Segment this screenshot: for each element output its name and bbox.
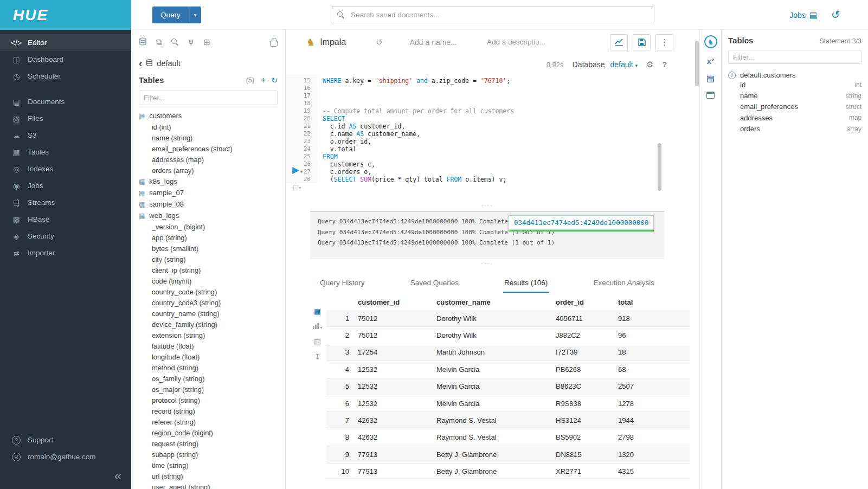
column-item[interactable]: client_ip (string) (131, 265, 285, 275)
impala-assistant-icon[interactable]: ♞ (704, 35, 717, 48)
column-item[interactable]: id (int) (131, 121, 285, 132)
column-item[interactable]: request (string) (131, 438, 285, 449)
column-header[interactable]: total (618, 298, 653, 306)
column-item[interactable]: device_family (string) (131, 319, 285, 330)
column-item[interactable]: name (string) (131, 132, 285, 143)
main-scrollbar[interactable] (695, 41, 699, 86)
ra-column-email-preferences[interactable]: email_preferences struct (728, 101, 861, 112)
tab-results-106[interactable]: Results (106) (503, 274, 549, 293)
column-item[interactable]: code (tinyint) (131, 275, 285, 286)
sidebar-item-security[interactable]: ◈ Security (0, 228, 131, 244)
result-row[interactable]: 5 12532 Melvin Garcia B8623C 2507 (326, 378, 690, 395)
column-item[interactable]: user_agent (string) (131, 481, 285, 489)
grid-view-icon[interactable]: ▦ (314, 307, 321, 316)
tab-query-history[interactable]: Query History (319, 274, 366, 293)
more-actions-button[interactable]: ⋮ (655, 34, 673, 50)
tab-execution-analysis[interactable]: Execution Analysis (592, 274, 655, 293)
database-dropdown[interactable]: default ▾ (610, 60, 638, 69)
table-item-web-logs[interactable]: ▦ web_logs (131, 210, 285, 221)
chart-button[interactable] (610, 34, 628, 50)
zoom-in-icon[interactable] (171, 38, 178, 46)
new-query-button[interactable]: Query (152, 7, 189, 23)
column-item[interactable]: country_code (string) (131, 286, 285, 297)
sidebar-item-streams[interactable]: ⇶ Streams (0, 194, 131, 211)
chart-view-icon[interactable]: ▾ (312, 322, 322, 331)
right-filter-input[interactable] (728, 50, 861, 64)
sidebar-item-files[interactable]: ▧ Files (0, 110, 131, 127)
sidebar-item-importer[interactable]: ⇄ Importer (0, 244, 131, 261)
new-query-dropdown[interactable]: ▾ (189, 7, 202, 23)
search-input[interactable] (350, 10, 648, 20)
ra-column-orders[interactable]: orders array (728, 124, 861, 134)
code-editor[interactable]: 15 WHERE a.key = 'shipping' and a.zip_co… (286, 75, 699, 183)
query-history-icon[interactable]: ↺ (831, 9, 840, 21)
column-item[interactable]: protocol (string) (131, 395, 285, 406)
column-item[interactable]: country_name (string) (131, 308, 285, 319)
sidebar-item-indexes[interactable]: ◎ Indexes (0, 160, 131, 177)
column-item[interactable]: longitude (float) (131, 351, 285, 362)
table-filter-input[interactable] (139, 91, 278, 105)
column-item[interactable]: app (string) (131, 232, 285, 243)
result-row[interactable]: 9 77913 Betty J. Giambrone DN8815 1320 (326, 446, 690, 463)
refresh-tables-icon[interactable]: ↻ (271, 76, 278, 85)
column-item[interactable]: subapp (string) (131, 449, 285, 460)
sidebar-item-support[interactable]: ? Support (0, 432, 131, 448)
reload-icon[interactable]: ↺ (376, 37, 383, 47)
ra-column-addresses[interactable]: addresses map (728, 112, 861, 123)
column-item[interactable]: referer (string) (131, 416, 285, 427)
documents-copy-icon[interactable]: ⧉ (156, 37, 162, 47)
sidebar-item-s3[interactable]: ☁ S3 (0, 127, 131, 144)
sidebar-item-scheduler[interactable]: ◷ Scheduler (0, 68, 131, 85)
column-item[interactable]: bytes (smallint) (131, 243, 285, 254)
column-header[interactable]: customer_id (358, 298, 436, 306)
active-table-item[interactable]: i default.customers (728, 71, 861, 79)
result-row[interactable]: 3 17254 Martin Johnson I72T39 18 (326, 344, 690, 361)
sitemap-icon[interactable]: ⋔ (188, 37, 195, 47)
result-row[interactable]: 4 12532 Melvin Garcia PB6268 68 (326, 361, 690, 378)
table-item-sample-07[interactable]: ▦ sample_07 (131, 187, 285, 198)
sidebar-item-jobs[interactable]: ◉ Jobs (0, 177, 131, 194)
column-header[interactable]: order_id (556, 298, 618, 306)
column-item[interactable]: method (string) (131, 362, 285, 373)
sidebar-item-editor[interactable]: </> Editor (0, 34, 131, 51)
sidebar-item-documents[interactable]: ▤ Documents (0, 93, 131, 110)
tab-saved-queries[interactable]: Saved Queries (409, 274, 460, 293)
sidebar-item-tables[interactable]: ▦ Tables (0, 144, 131, 160)
query-description-field[interactable]: Add a descriptio... (487, 38, 545, 46)
result-row[interactable]: 6 12532 Melvin Garcia R9S838 1278 (326, 395, 690, 412)
table-item-sample-08[interactable]: ▦ sample_08 (131, 198, 285, 210)
editor-scrollbar[interactable] (658, 143, 661, 191)
breadcrumb-database[interactable]: default (157, 59, 181, 68)
column-item[interactable]: region_code (bigint) (131, 427, 285, 438)
sidebar-item-dashboard[interactable]: ◫ Dashboard (0, 51, 131, 68)
back-chevron-icon[interactable]: ‹ (139, 60, 142, 67)
result-row[interactable]: 7 42632 Raymond S. Vestal HS3124 1944 (326, 412, 690, 429)
query-name-field[interactable]: Add a name... (410, 38, 457, 47)
result-row[interactable]: 1 75012 Dorothy Wilk 4056711 918 (326, 310, 690, 327)
bag-icon[interactable] (270, 41, 278, 47)
column-item[interactable]: time (string) (131, 460, 285, 471)
collapse-sidebar-icon[interactable]: « (114, 471, 121, 481)
column-item[interactable]: city (string) (131, 254, 285, 265)
column-item[interactable]: country_code3 (string) (131, 297, 285, 308)
column-item[interactable]: addresses (map) (131, 154, 285, 165)
add-table-icon[interactable]: + (261, 76, 266, 83)
column-item[interactable]: extension (string) (131, 330, 285, 340)
column-item[interactable]: record (string) (131, 406, 285, 416)
column-header[interactable]: customer_name (436, 298, 556, 306)
table-item-customers[interactable]: ▦ customers (131, 110, 285, 121)
blocks-icon[interactable]: ⊞ (203, 37, 210, 47)
functions-icon[interactable]: x² (707, 56, 714, 66)
column-item[interactable]: url (string) (131, 471, 285, 481)
column-item[interactable]: orders (array) (131, 165, 285, 176)
table-item-k8s-logs[interactable]: ▦ k8s_logs (131, 176, 285, 187)
column-item[interactable]: latitude (float) (131, 340, 285, 351)
splitter-handle-bottom[interactable]: ···· (310, 261, 664, 266)
help-icon[interactable]: ? (662, 60, 667, 69)
user-menu[interactable]: R romain@gethue.com (0, 448, 131, 465)
hue-logo[interactable]: HUE (0, 0, 131, 30)
columns-toggle-icon[interactable]: ▥ (314, 337, 321, 346)
gear-icon[interactable]: ⚙ (646, 60, 653, 69)
column-item[interactable]: os_family (string) (131, 373, 285, 384)
execute-button[interactable]: ▶ ▾ (292, 165, 303, 175)
